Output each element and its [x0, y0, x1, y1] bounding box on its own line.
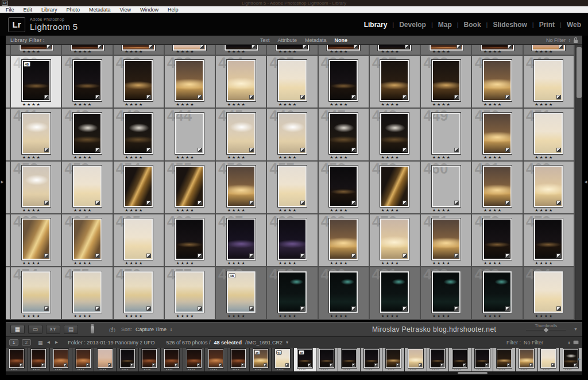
photo-cell[interactable]: ★★★★ [421, 45, 472, 55]
star-rating[interactable]: ★★★★ [483, 155, 502, 160]
photo-thumbnail[interactable] [534, 271, 563, 313]
filmstrip-cell[interactable]: 51•••• [272, 348, 294, 371]
filmstrip-thumbnail[interactable] [342, 349, 357, 368]
photo-cell[interactable]: ★★★★ [11, 45, 62, 55]
filmstrip-thumbnail[interactable] [408, 349, 423, 368]
thumbnails-slider-handle[interactable] [544, 328, 548, 332]
loupe-view-button[interactable]: ▭ [28, 325, 42, 334]
star-rating[interactable]: ★★★★ [22, 208, 41, 213]
filmstrip-thumbnail[interactable]: 48 [253, 349, 268, 368]
star-rating[interactable]: ★★★★ [278, 208, 297, 213]
star-rating[interactable]: ★★★★ [432, 314, 451, 318]
photo-thumbnail[interactable] [175, 113, 204, 154]
star-rating[interactable]: ★★★★ [330, 314, 349, 318]
photo-cell[interactable]: 459★★★★ [370, 162, 421, 213]
photo-thumbnail[interactable] [380, 166, 409, 207]
star-rating[interactable]: ★★★★ [381, 102, 400, 107]
photo-thumbnail[interactable] [483, 218, 512, 260]
photo-thumbnail[interactable] [278, 113, 307, 154]
photo-cell[interactable]: 460★★★★ [421, 162, 472, 213]
star-rating[interactable]: ★★★★ [483, 314, 502, 318]
star-rating[interactable]: ★★★★ [22, 49, 41, 54]
breadcrumb-folder[interactable]: Folder : 2013-01-19 Panoramy z UFO [68, 340, 154, 346]
star-rating[interactable]: ★★★★ [381, 49, 400, 54]
filmstrip-filter-dropdown[interactable]: No Filter [524, 340, 565, 346]
photo-cell[interactable]: 441★★★★ [11, 109, 62, 160]
photo-thumbnail[interactable] [483, 271, 512, 313]
toolbar-options-chevron-icon[interactable]: ▼ [574, 327, 578, 331]
filmstrip-cell[interactable]: •••• [316, 348, 339, 371]
photo-thumbnail[interactable] [432, 166, 461, 207]
photo-cell[interactable]: 445★★★★ [216, 109, 267, 160]
module-tab-develop[interactable]: Develop [399, 21, 426, 29]
stack-count-badge[interactable]: 48 [299, 350, 304, 355]
grid-view-button[interactable]: ▦ [10, 325, 25, 334]
photo-cell[interactable]: 456★★★★ [216, 162, 267, 213]
photo-thumbnail[interactable]: 48 [22, 60, 51, 101]
photo-cell[interactable]: 458★★★★ [319, 162, 370, 213]
photo-cell[interactable]: 471★★★★ [421, 214, 472, 266]
stack-count-badge[interactable]: 48 [254, 350, 260, 355]
photo-cell[interactable]: 465★★★★ [114, 214, 165, 266]
photo-thumbnail[interactable] [175, 271, 204, 313]
photo-thumbnail[interactable] [227, 166, 256, 207]
photo-thumbnail[interactable] [534, 60, 563, 101]
star-rating[interactable]: ★★★★ [176, 49, 195, 54]
menu-item-file[interactable]: File [1, 6, 19, 13]
photo-thumbnail[interactable] [73, 271, 102, 313]
star-rating[interactable]: ★★★★ [535, 261, 554, 266]
star-rating[interactable]: ★★★★ [432, 155, 451, 160]
menu-item-view[interactable]: View [115, 6, 136, 13]
photo-thumbnail[interactable] [124, 218, 153, 260]
filmstrip-cell[interactable]: •••• [471, 348, 494, 371]
photo-thumbnail[interactable] [227, 113, 256, 154]
star-rating[interactable]: ★★★★ [278, 155, 297, 160]
photo-cell[interactable]: 448★★★★ [370, 109, 421, 160]
main-window-button[interactable]: 1 [9, 339, 18, 346]
photo-thumbnail[interactable] [22, 271, 51, 313]
star-rating[interactable]: ★★★★ [176, 261, 195, 266]
filmstrip-cell[interactable]: 48•••• [250, 348, 272, 371]
filmstrip-thumbnail[interactable] [9, 349, 24, 368]
filter-tab-attribute[interactable]: Attribute [278, 36, 297, 45]
filmstrip-thumbnail[interactable]: 51 [275, 349, 290, 368]
photo-cell[interactable]: 450★★★★ [472, 109, 523, 160]
star-rating[interactable]: ★★★★ [535, 314, 554, 318]
star-rating[interactable]: ★★★★ [381, 261, 400, 266]
star-rating[interactable]: ★★★★ [125, 102, 144, 107]
filter-lock-icon[interactable] [574, 40, 578, 43]
star-rating[interactable]: ★★★★ [125, 208, 144, 213]
star-rating[interactable]: ★★★★ [22, 155, 41, 160]
photo-cell[interactable]: 439★★★★ [472, 56, 523, 108]
filmstrip-cell[interactable]: •••• [183, 348, 206, 371]
star-rating[interactable]: ★★★★ [330, 155, 349, 160]
star-rating[interactable]: ★★★★ [74, 102, 92, 107]
photo-cell[interactable]: 449★★★★ [421, 109, 472, 160]
photo-cell[interactable]: 482★★★★ [421, 267, 472, 319]
photo-cell[interactable]: 477★★★★ [165, 267, 216, 319]
star-rating[interactable]: ★★★★ [22, 102, 41, 107]
photo-cell[interactable]: 43048★★★★ [11, 56, 62, 108]
star-rating[interactable]: ★★★★ [176, 208, 195, 213]
photo-thumbnail[interactable] [124, 166, 153, 207]
photo-thumbnail[interactable] [124, 60, 153, 101]
photo-thumbnail[interactable] [278, 271, 307, 313]
filter-tab-none[interactable]: None [335, 36, 348, 45]
filmstrip-thumbnail[interactable] [76, 349, 91, 368]
filmstrip-scrollbar-thumb[interactable] [458, 372, 488, 374]
filmstrip-thumbnail[interactable] [164, 349, 179, 368]
thumbnails-slider[interactable] [526, 330, 566, 331]
star-rating[interactable]: ★★★★ [483, 261, 502, 266]
filmstrip-cell[interactable]: •••• [361, 348, 383, 371]
photo-thumbnail[interactable] [73, 60, 102, 101]
filmstrip-thumbnail[interactable] [231, 349, 246, 368]
left-panel-expand-icon[interactable]: ► [0, 179, 5, 185]
filmstrip-thumbnail[interactable] [120, 349, 135, 368]
filter-tab-text[interactable]: Text [260, 36, 270, 45]
filmstrip-thumbnail[interactable] [53, 349, 68, 368]
sort-spinner-icon[interactable]: ▲▼ [170, 328, 172, 331]
module-tab-slideshow[interactable]: Slideshow [493, 21, 527, 29]
photo-cell[interactable]: ★★★★ [472, 45, 523, 55]
next-photo-icon[interactable]: ► [54, 340, 59, 345]
photo-thumbnail[interactable] [22, 113, 51, 154]
